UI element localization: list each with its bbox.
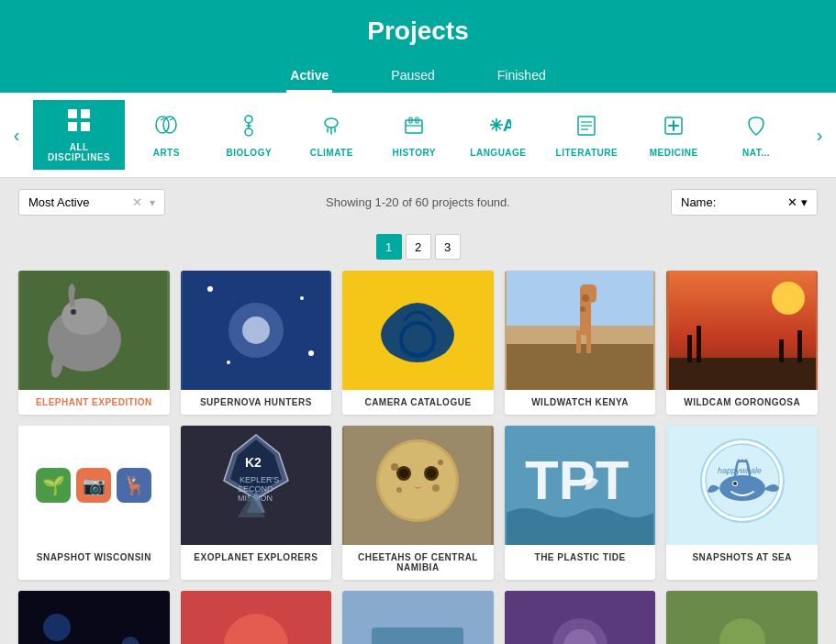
svg-point-35 xyxy=(207,286,213,292)
discipline-all[interactable]: ALLDISCIPLINES xyxy=(33,100,125,170)
svg-point-87 xyxy=(43,614,71,641)
svg-point-9 xyxy=(245,128,252,136)
project-supernova-hunters[interactable]: SUPERNOVA HUNTERS xyxy=(181,271,332,415)
project-row3-1[interactable] xyxy=(18,591,170,644)
nature-label: NAT... xyxy=(742,148,770,158)
discipline-nature[interactable]: NAT... xyxy=(715,100,797,170)
project-camera-catalogue[interactable]: CAMERA CATALOGUE xyxy=(342,271,494,415)
svg-point-30 xyxy=(61,298,107,335)
page-title: Projects xyxy=(0,9,836,53)
project-cheetahs-namibia[interactable]: CHEETAHS OF CENTRAL NAMIBIA xyxy=(342,426,494,580)
project-image-wildcam xyxy=(666,271,818,390)
svg-point-12 xyxy=(325,118,338,128)
literature-label: LITERATURE xyxy=(556,148,619,158)
discipline-language[interactable]: ✳A LANGUAGE xyxy=(455,100,541,170)
snapshot-wi-icon-2: 📷 xyxy=(76,468,111,503)
svg-point-5 xyxy=(163,117,176,133)
nature-icon xyxy=(743,113,769,144)
svg-rect-86 xyxy=(20,591,167,644)
svg-point-73 xyxy=(391,463,398,471)
name-clear-button[interactable]: ✕ xyxy=(787,195,797,209)
history-icon xyxy=(401,113,427,144)
sort-arrow-icon: ▾ xyxy=(150,196,155,209)
project-snapshot-wisconsin[interactable]: 🌱 📷 🦌 SNAPSHOT WISCONSIN xyxy=(18,426,170,580)
project-image-camera xyxy=(342,271,494,390)
svg-text:happywhale: happywhale xyxy=(718,466,762,475)
project-wildcam-gorongosa[interactable]: WILDCAM GORONGOSA xyxy=(666,271,818,415)
discipline-arts[interactable]: ARTS xyxy=(125,100,207,170)
project-title-snapshot-wi: SNAPSHOT WISCONSIN xyxy=(18,545,170,570)
project-elephant-expedition[interactable]: ELEPHANT EXPEDITION xyxy=(18,271,170,415)
project-image-row3-1 xyxy=(18,591,170,644)
discipline-next-arrow[interactable]: › xyxy=(803,125,836,146)
page-1-button[interactable]: 1 xyxy=(376,234,402,260)
svg-point-8 xyxy=(245,116,252,123)
sort-clear-button[interactable]: ✕ xyxy=(132,195,142,209)
svg-point-84 xyxy=(733,482,737,485)
svg-rect-0 xyxy=(68,109,77,118)
svg-line-7 xyxy=(170,118,173,120)
project-title-wildcam: WILDCAM GORONGOSA xyxy=(666,390,818,415)
discipline-prev-arrow[interactable]: ‹ xyxy=(0,125,33,146)
svg-point-34 xyxy=(242,316,270,344)
tab-finished[interactable]: Finished xyxy=(494,61,550,93)
project-image-snapshots-sea: happywhale xyxy=(666,426,818,545)
project-title-plastic: THE PLASTIC TIDE xyxy=(505,545,656,570)
discipline-climate[interactable]: CLIMATE xyxy=(290,100,373,170)
filter-bar: Most Active ✕ ▾ Showing 1-20 of 60 proje… xyxy=(0,178,836,227)
project-image-plastic: TPT xyxy=(505,426,656,545)
tab-paused[interactable]: Paused xyxy=(387,61,438,93)
project-wildwatch-kenya[interactable]: WILDWATCH KENYA xyxy=(505,271,656,415)
discipline-bar: ‹ ALLDISCIPLINES A xyxy=(0,93,836,178)
svg-point-72 xyxy=(427,469,436,478)
project-row3-3[interactable]: Livingston O2a xyxy=(342,591,494,644)
svg-rect-53 xyxy=(687,335,692,362)
project-title-cheetah: CHEETAHS OF CENTRAL NAMIBIA xyxy=(342,545,494,580)
project-image-elephant xyxy=(18,271,170,390)
tab-active[interactable]: Active xyxy=(286,61,332,93)
name-dropdown[interactable]: Name: ✕ ▾ xyxy=(671,189,818,216)
literature-icon xyxy=(574,113,599,144)
project-image-cheetah xyxy=(342,426,494,545)
medicine-icon xyxy=(661,113,686,144)
language-icon: ✳A xyxy=(485,113,511,144)
svg-rect-54 xyxy=(697,326,701,362)
arts-label: ARTS xyxy=(153,148,180,158)
biology-icon xyxy=(236,113,262,144)
project-image-row3-5 xyxy=(666,591,818,644)
svg-rect-2 xyxy=(68,122,77,131)
project-exoplanet-explorers[interactable]: K2 KEPLER'S SECOND MISSION EXOPLANET EXP… xyxy=(181,426,332,580)
project-row3-2[interactable] xyxy=(181,591,332,644)
project-plastic-tide[interactable]: TPT THE PLASTIC TIDE xyxy=(505,426,656,580)
svg-point-36 xyxy=(300,296,304,300)
svg-rect-1 xyxy=(81,109,90,118)
name-arrow-icon: ▾ xyxy=(801,195,808,209)
project-row3-4[interactable] xyxy=(505,591,656,644)
svg-point-74 xyxy=(438,460,443,465)
page-header: Projects Active Paused Finished xyxy=(0,0,836,93)
svg-text:KEPLER'S: KEPLER'S xyxy=(240,475,279,484)
showing-text: Showing 1-20 of 60 projects found. xyxy=(180,195,656,209)
svg-rect-3 xyxy=(81,122,90,131)
all-disciplines-label: ALLDISCIPLINES xyxy=(48,142,110,162)
project-image-supernova xyxy=(181,271,332,390)
discipline-history[interactable]: HISTORY xyxy=(373,100,455,170)
project-image-snapshot-wi: 🌱 📷 🦌 xyxy=(18,426,170,545)
svg-point-82 xyxy=(719,475,765,501)
discipline-biology[interactable]: BIOLOGY xyxy=(207,100,290,170)
project-image-exoplanet: K2 KEPLER'S SECOND MISSION xyxy=(181,426,332,545)
svg-rect-46 xyxy=(576,330,581,353)
project-title-camera: CAMERA CATALOGUE xyxy=(342,390,494,415)
page-2-button[interactable]: 2 xyxy=(406,234,431,260)
svg-rect-16 xyxy=(406,120,422,133)
discipline-medicine[interactable]: MEDICINE xyxy=(632,100,715,170)
project-row3-5[interactable] xyxy=(666,591,818,644)
sort-dropdown[interactable]: Most Active ✕ ▾ xyxy=(18,189,165,216)
page-3-button[interactable]: 3 xyxy=(435,234,461,260)
svg-point-48 xyxy=(582,294,589,302)
project-image-row3-2 xyxy=(181,591,332,644)
project-snapshots-at-sea[interactable]: happywhale SNAPSHOTS AT SEA xyxy=(666,426,818,580)
discipline-literature[interactable]: LITERATURE xyxy=(541,100,633,170)
project-title-snapshots-sea: SNAPSHOTS AT SEA xyxy=(666,545,818,570)
svg-text:✳A: ✳A xyxy=(489,117,511,135)
